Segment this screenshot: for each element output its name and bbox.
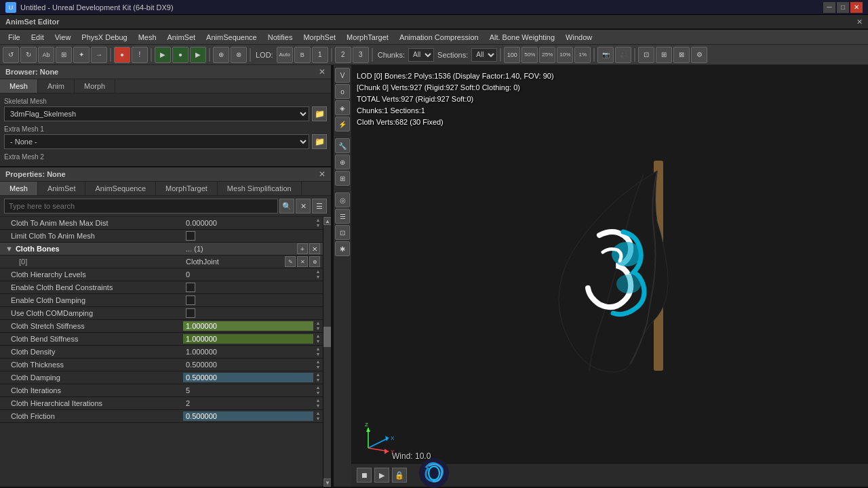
side-btn-7[interactable]: ⊞ [335, 171, 350, 186]
tab-mesh[interactable]: Mesh [0, 79, 38, 93]
window-controls[interactable]: ─ □ ✕ [823, 2, 863, 13]
extra-mesh1-browse-btn[interactable]: 📁 [312, 134, 327, 149]
scroll-thumb[interactable] [323, 327, 331, 347]
prop-hier-dn-btn[interactable]: ▼ [313, 274, 323, 280]
prop-decrement-btn[interactable]: ▼ [313, 223, 323, 228]
prop-bend-stiff-dn-btn[interactable]: ▼ [313, 339, 323, 344]
prop-damp-up-btn[interactable]: ▲ [313, 372, 323, 378]
prop-val-cloth-iter[interactable]: 5 [183, 386, 313, 395]
toolbar-100-btn[interactable]: 100 [504, 47, 520, 63]
toolbar-red-btn[interactable]: ● [114, 47, 130, 63]
toolbar-grid-btn[interactable]: ⊞ [56, 47, 72, 63]
prop-checkbox-cloth-bend[interactable] [186, 283, 195, 292]
prop-tab-mesh[interactable]: Mesh [0, 182, 38, 195]
prop-tab-morphtarget[interactable]: MorphTarget [156, 182, 218, 195]
prop-val-cloth-bend-stiff[interactable]: 1.000000 [183, 334, 313, 344]
side-btn-3[interactable]: ◈ [335, 100, 350, 115]
lod-1-btn[interactable]: 1 [312, 47, 328, 63]
toolbar-green-btn[interactable]: ● [172, 47, 189, 63]
side-btn-9[interactable]: ☰ [335, 209, 350, 224]
side-btn-10[interactable]: ⊡ [335, 225, 350, 240]
prop-tab-mesh-simplification[interactable]: Mesh Simplification [218, 182, 302, 195]
toolbar-rotate2-btn[interactable]: ↻ [20, 47, 37, 63]
prop-iter-up-btn[interactable]: ▲ [313, 385, 323, 390]
prop-iter-dn-btn[interactable]: ▼ [313, 390, 323, 396]
lod-auto-btn[interactable]: Auto [277, 47, 293, 63]
toolbar-10-btn[interactable]: 10% [557, 47, 573, 63]
vp-lock-btn[interactable]: 🔒 [392, 468, 407, 483]
toolbar-play-btn[interactable]: ▶ [155, 47, 171, 63]
menu-animsequence[interactable]: AnimSequence [201, 32, 262, 43]
maximize-button[interactable]: □ [837, 2, 849, 13]
menu-morphset[interactable]: MorphSet [298, 32, 341, 43]
toolbar-rotate-btn[interactable]: ↺ [3, 47, 19, 63]
prop-thickness-dn-btn[interactable]: ▼ [313, 365, 323, 370]
toolbar-misc3-btn[interactable]: ⊡ [638, 47, 654, 63]
toolbar-1-btn[interactable]: 1% [574, 47, 591, 63]
prop-stretch-dn-btn[interactable]: ▼ [313, 326, 323, 331]
browser-close-button[interactable]: ✕ [319, 67, 326, 77]
cloth-bones-expand-icon[interactable]: ▼ [5, 245, 13, 253]
toolbar-camera-btn[interactable]: 📷 [597, 47, 614, 63]
tab-anim[interactable]: Anim [38, 79, 75, 93]
toolbar-ab-btn[interactable]: Ab [38, 47, 54, 63]
toolbar-misc6-btn[interactable]: ⚙ [691, 47, 707, 63]
prop-val-cloth-density[interactable]: 1.000000 [183, 347, 313, 357]
prop-density-dn-btn[interactable]: ▼ [313, 352, 323, 357]
prop-val-cloth-hier-levels[interactable]: 0 [183, 270, 313, 279]
tab-morph[interactable]: Morph [75, 79, 115, 93]
lod-b-btn[interactable]: B [294, 47, 311, 63]
scroll-down-button[interactable]: ▼ [323, 479, 331, 487]
side-btn-2[interactable]: o [335, 84, 350, 99]
side-btn-5[interactable]: 🔧 [335, 138, 350, 153]
menu-file[interactable]: File [3, 32, 26, 43]
cloth-bones-add-btn[interactable]: + [297, 243, 308, 254]
prop-val-cloth-thickness[interactable]: 0.500000 [183, 360, 313, 369]
menu-animation-compression[interactable]: Animation Compression [394, 32, 484, 43]
menu-view[interactable]: View [50, 32, 77, 43]
prop-friction-up-btn[interactable]: ▲ [313, 411, 323, 416]
cloth-bone-0-misc-btn[interactable]: ⊕ [309, 256, 320, 267]
side-btn-1[interactable]: V [335, 68, 350, 83]
animset-editor-close-button[interactable]: ✕ [856, 18, 863, 26]
search-clear-button[interactable]: ✕ [296, 199, 311, 214]
lod-2-btn[interactable]: 2 [335, 47, 351, 63]
prop-friction-dn-btn[interactable]: ▼ [313, 416, 323, 422]
prop-checkbox-limit-cloth[interactable] [186, 231, 195, 241]
toolbar-bone-btn[interactable]: ✦ [73, 47, 90, 63]
viewport[interactable]: LOD [0] Bones:2 Polys:1536 (Display Fact… [351, 65, 868, 487]
menu-mesh[interactable]: Mesh [133, 32, 162, 43]
toolbar-misc5-btn[interactable]: ⊠ [673, 47, 690, 63]
side-btn-8[interactable]: ◎ [335, 192, 350, 207]
prop-density-up-btn[interactable]: ▲ [313, 346, 323, 352]
prop-hier-iter-up-btn[interactable]: ▲ [313, 398, 323, 403]
skeletal-mesh-browse-btn[interactable]: 📁 [312, 106, 327, 121]
vp-stop-btn[interactable]: ⏹ [357, 468, 372, 483]
vp-play-btn[interactable]: ▶ [374, 468, 389, 483]
sections-select[interactable]: All [471, 48, 497, 62]
close-button[interactable]: ✕ [850, 2, 863, 13]
menu-notifies[interactable]: Notifies [262, 32, 298, 43]
prop-val-cloth-bone-0[interactable]: ClothJoint [183, 257, 285, 266]
search-input[interactable] [4, 199, 278, 214]
prop-hier-iter-dn-btn[interactable]: ▼ [313, 403, 323, 409]
scroll-up-button[interactable]: ▲ [323, 217, 331, 225]
cloth-bone-0-edit-btn[interactable]: ✎ [285, 256, 296, 267]
prop-val-cloth-damp[interactable]: 0.500000 [183, 373, 313, 382]
properties-close-button[interactable]: ✕ [319, 169, 326, 179]
prop-val-cloth-friction[interactable]: 0.500000 [183, 411, 313, 421]
prop-bend-stiff-up-btn[interactable]: ▲ [313, 333, 323, 339]
toolbar-misc1-btn[interactable]: ⊕ [213, 47, 229, 63]
toolbar-camera2-btn[interactable]: 🎥 [615, 47, 631, 63]
toolbar-25-btn[interactable]: 25% [539, 47, 555, 63]
prop-thickness-up-btn[interactable]: ▲ [313, 359, 323, 365]
minimize-button[interactable]: ─ [823, 2, 835, 13]
prop-tab-animsequence[interactable]: AnimSequence [85, 182, 156, 195]
menu-animset[interactable]: AnimSet [162, 32, 201, 43]
side-btn-11[interactable]: ✱ [335, 241, 350, 256]
prop-checkbox-enable-cloth-damp[interactable] [186, 296, 195, 305]
search-button[interactable]: 🔍 [279, 199, 294, 214]
search-options-button[interactable]: ☰ [312, 199, 327, 214]
prop-increment-btn[interactable]: ▲ [313, 218, 323, 223]
cloth-bones-clear-btn[interactable]: ✕ [309, 243, 320, 254]
